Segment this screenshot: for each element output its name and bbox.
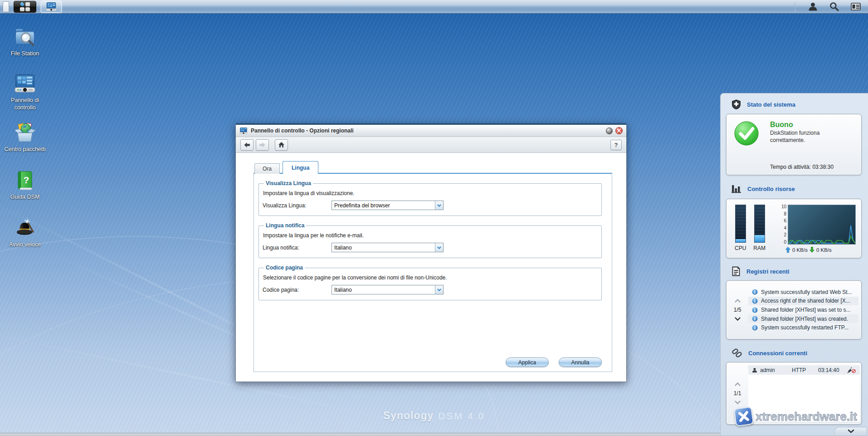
widget-title: Connessioni correnti (748, 350, 807, 357)
display-language-select[interactable]: Predefinita del browser (332, 201, 444, 210)
apply-button[interactable]: Applica (506, 358, 549, 367)
recent-logs-widget: 1/5 System successfully started Web St..… (726, 280, 862, 339)
window-icon (239, 127, 248, 135)
taskbar-control-panel-button[interactable] (41, 1, 62, 13)
main-menu-button[interactable] (14, 1, 36, 13)
log-row[interactable]: Access right of the shared folder [X... (748, 297, 858, 306)
select-dropdown-button[interactable] (435, 285, 443, 294)
taskbar-separator (795, 2, 795, 12)
group-description: Impostare la lingua per le notifiche e-m… (263, 232, 597, 239)
log-row[interactable]: System successfully started Web St... (748, 288, 858, 297)
page-down-button[interactable] (735, 401, 741, 404)
dsm-help-icon: ? (14, 169, 36, 191)
upload-icon (785, 247, 790, 253)
page-up-button[interactable] (735, 299, 741, 303)
connection-list-empty (748, 375, 860, 421)
connection-row[interactable]: admin HTTP 03:14:40 (748, 365, 860, 375)
user-menu-button[interactable] (808, 2, 818, 11)
chevron-down-icon (437, 246, 441, 249)
graph-y-axis: 10 8 6 4 2 0 (779, 205, 786, 245)
back-button[interactable] (240, 139, 254, 151)
forward-icon (259, 142, 266, 148)
close-button[interactable] (615, 127, 623, 134)
system-status-widget: Buono DiskStation funziona correttamente… (726, 114, 862, 175)
chevron-down-icon (437, 204, 441, 207)
sidebar-collapse-button[interactable] (834, 427, 867, 435)
recent-logs-header: Registri recenti (731, 266, 790, 276)
select-dropdown-button[interactable] (435, 243, 443, 252)
connection-list: admin HTTP 03:14:40 (748, 365, 860, 421)
tab-lingua[interactable]: Lingua (283, 161, 318, 174)
synology-brand: Synology (383, 410, 434, 421)
dialog-title: Pannello di controllo - Opzioni regional… (251, 127, 354, 134)
dialog-titlebar[interactable]: Pannello di controllo - Opzioni regional… (236, 125, 626, 137)
forward-button[interactable] (256, 139, 269, 151)
desktop-icon-label: File Station (11, 50, 39, 58)
show-desktop-button[interactable] (3, 1, 9, 12)
log-icon (731, 266, 741, 276)
resource-monitor-header: Controllo risorse (731, 184, 795, 193)
log-row[interactable]: Shared folder [XHTest] was created. (748, 314, 858, 323)
group-legend: Visualizza Lingua (264, 180, 313, 186)
notification-language-select[interactable]: Italiano (332, 243, 444, 252)
desktop-icon-label: Pannello di controllo (4, 97, 46, 111)
cpu-meter (735, 205, 746, 243)
disconnect-icon[interactable] (847, 367, 856, 373)
connections-header: Connessioni correnti (731, 348, 807, 358)
codepage-group: Codice pagina Selezionare il codice pagi… (258, 265, 602, 300)
tab-bar: Ora Lingua (254, 161, 318, 174)
log-row[interactable]: Shared folder [XHTest] was set to s... (748, 305, 858, 314)
control-panel-dialog: Pannello di controllo - Opzioni regional… (235, 123, 627, 382)
group-description: Selezionare il codice pagine per la conv… (263, 274, 597, 281)
log-row[interactable]: System successfully restarted FTP... (748, 323, 858, 332)
dialog-body: Ora Lingua Visualizza Lingua Impostare l… (236, 154, 626, 382)
minimize-button[interactable] (606, 127, 613, 134)
group-legend: Lingua notifica (264, 222, 306, 229)
tab-ora[interactable]: Ora (254, 163, 280, 174)
download-icon (809, 247, 814, 253)
pilot-view-button[interactable] (851, 2, 861, 11)
dsm-version: DSM 4.0 (438, 411, 485, 421)
desktop-icon-control-panel[interactable]: Pannello di controllo (0, 73, 50, 111)
shield-icon (731, 99, 741, 109)
desktop-icon-package-center[interactable]: Centro pacchetti (0, 122, 50, 153)
select-dropdown-button[interactable] (435, 201, 443, 210)
desktop-icon-file-station[interactable]: File Station (0, 26, 50, 58)
file-station-icon (14, 26, 36, 48)
cancel-button[interactable]: Annulla (559, 358, 602, 367)
widget-title: Controllo risorse (747, 186, 795, 192)
control-panel-icon (14, 73, 36, 94)
status-description: DiskStation funziona correttamente. (770, 130, 838, 144)
svg-text:?: ? (24, 175, 29, 185)
select-value: Italiano (332, 243, 435, 252)
search-button[interactable] (829, 2, 839, 11)
network-speed-row: 0 KB/s 0 KB/s (785, 247, 856, 253)
select-value: Italiano (332, 285, 435, 294)
ram-meter-fill (755, 235, 765, 242)
codepage-select[interactable]: Italiano (332, 285, 444, 294)
download-speed: 0 KB/s (816, 247, 832, 253)
info-icon (752, 307, 758, 313)
home-button[interactable] (275, 139, 288, 151)
status-label: Buono (770, 121, 855, 129)
help-button[interactable]: ? (610, 140, 622, 150)
group-description: Impostare la lingua di visualizzazione. (263, 190, 597, 196)
user-icon (808, 2, 818, 11)
chevron-down-icon (437, 289, 441, 291)
user-silhouette-icon (752, 367, 757, 373)
control-panel-icon (44, 2, 58, 12)
link-icon (731, 348, 742, 358)
page-down-button[interactable] (735, 317, 741, 321)
notification-language-group: Lingua notifica Impostare la lingua per … (258, 222, 602, 258)
resource-monitor-widget: CPU RAM 10 8 6 4 2 0 0 (726, 199, 862, 258)
upload-speed: 0 KB/s (792, 247, 808, 253)
widget-sidebar: Stato del sistema Buono DiskStation funz… (720, 93, 868, 436)
desktop-icon-dsm-help[interactable]: ? Guida DSM (0, 169, 50, 201)
package-center-icon (14, 122, 36, 143)
back-icon (244, 142, 250, 148)
select-value: Predefinita del browser (332, 201, 435, 210)
info-icon (752, 325, 758, 331)
page-up-button[interactable] (735, 382, 741, 386)
desktop-icon-quick-start[interactable]: Avvio veloce (0, 217, 50, 249)
home-icon (278, 142, 285, 148)
